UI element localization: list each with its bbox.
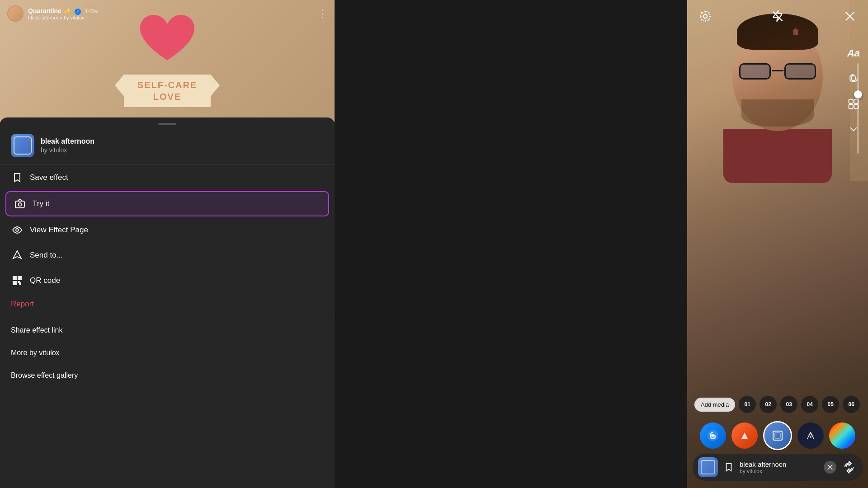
spacer — [335, 0, 344, 488]
glasses — [739, 63, 816, 80]
story-time: 142w — [85, 8, 98, 14]
person-view — [710, 23, 845, 203]
effect-num-01[interactable]: 01 — [739, 396, 756, 413]
left-lens — [739, 63, 771, 80]
story-username-row: Quarantine ✨ ✓ 142w — [28, 7, 318, 15]
svg-rect-22 — [775, 433, 780, 438]
effect-icon-bg-scene — [764, 422, 791, 449]
right-lens — [784, 63, 816, 80]
effect-icon-rainbow[interactable] — [829, 422, 855, 449]
close-button[interactable] — [841, 7, 859, 25]
chevron-down-button[interactable] — [845, 121, 862, 137]
effect-num-06[interactable]: 06 — [843, 396, 860, 413]
share-effect-link-label: Share effect link — [11, 326, 62, 334]
camera-top-bar — [687, 0, 868, 33]
svg-rect-6 — [14, 277, 15, 279]
bookmark-icon — [11, 171, 24, 184]
camera-icon — [14, 197, 26, 210]
qr-code-label: QR code — [30, 276, 60, 285]
active-effect-text: bleak afternoon by vitulox — [740, 460, 819, 474]
svg-rect-8 — [14, 282, 15, 284]
divider-1 — [0, 317, 335, 317]
report-label: Report — [11, 300, 34, 309]
flip-camera-button[interactable] — [841, 459, 857, 475]
more-options-icon[interactable]: ⋮ — [318, 8, 327, 19]
effect-name: bleak afternoon — [41, 137, 94, 145]
left-panel: Quarantine ✨ ✓ 142w bleak afternoon by v… — [0, 0, 335, 488]
ribbon-bg: SELF-CARE LOVE — [124, 75, 211, 107]
bottom-sheet: bleak afternoon by vitulox Save effect T… — [0, 117, 335, 488]
ribbon: SELF-CARE LOVE — [124, 75, 211, 107]
effect-icon-bg-blue — [700, 422, 726, 449]
active-effect-thumbnail — [698, 457, 718, 477]
svg-rect-15 — [849, 99, 853, 103]
text-tool-button[interactable]: Aa — [845, 45, 862, 61]
svg-point-1 — [19, 203, 22, 206]
effect-icon-bg-dark — [797, 422, 824, 449]
save-effect-label: Save effect — [30, 173, 68, 182]
qr-code-item[interactable]: QR code — [0, 268, 335, 293]
effect-num-05[interactable]: 05 — [822, 396, 839, 413]
settings-button[interactable] — [696, 7, 714, 25]
more-by-author-item[interactable]: More by vitulox — [0, 342, 335, 364]
browse-gallery-item[interactable]: Browse effect gallery — [0, 364, 335, 387]
effect-num-02[interactable]: 02 — [760, 396, 777, 413]
effect-icon-blue[interactable] — [700, 422, 726, 449]
close-effect-button[interactable] — [824, 461, 836, 474]
effect-meta: bleak afternoon by vitulox — [41, 137, 94, 154]
svg-point-23 — [810, 436, 811, 438]
effect-icons-row — [687, 418, 868, 454]
active-effect-author: by vitulox — [740, 468, 819, 474]
svg-point-20 — [711, 434, 715, 437]
face — [732, 23, 823, 131]
view-effect-page-label: View Effect Page — [30, 225, 88, 235]
qr-icon — [11, 274, 24, 287]
slider-thumb[interactable] — [854, 90, 862, 99]
effects-numbers-row: Add media 01 02 03 04 05 06 — [687, 391, 868, 418]
right-panel: Aa — [687, 0, 868, 488]
effect-icon-scene-active[interactable] — [763, 421, 792, 450]
send-to-item[interactable]: Send to... — [0, 243, 335, 268]
try-it-item[interactable]: Try it — [5, 191, 329, 216]
svg-point-14 — [851, 75, 855, 81]
svg-rect-21 — [773, 431, 782, 440]
beard — [741, 99, 814, 127]
flash-off-button[interactable] — [769, 7, 787, 25]
effect-avatar-inner — [14, 136, 32, 155]
try-it-label: Try it — [33, 199, 49, 208]
story-avatar — [7, 5, 24, 22]
sheet-handle — [158, 123, 176, 125]
effect-num-03[interactable]: 03 — [780, 396, 797, 413]
effect-num-04[interactable]: 04 — [801, 396, 818, 413]
effect-icon-dark[interactable] — [797, 422, 824, 449]
add-media-label: Add media — [701, 401, 729, 408]
active-effect-thumb-inner — [701, 460, 715, 474]
effect-avatar — [11, 134, 34, 157]
view-effect-page-item[interactable]: View Effect Page — [0, 217, 335, 243]
browse-gallery-label: Browse effect gallery — [11, 371, 78, 379]
story-user-info: Quarantine ✨ ✓ 142w bleak afternoon by v… — [28, 7, 318, 20]
story-decoration: SELF-CARE LOVE — [124, 15, 211, 107]
add-media-button[interactable]: Add media — [694, 398, 735, 412]
story-effect-name: bleak afternoon by vitulox — [28, 15, 318, 20]
bookmark-save-button[interactable] — [722, 461, 735, 474]
report-item[interactable]: Report — [0, 293, 335, 315]
svg-rect-17 — [849, 104, 853, 108]
loop-button[interactable] — [845, 70, 862, 87]
share-effect-link-item[interactable]: Share effect link — [0, 319, 335, 342]
verified-badge: ✓ — [75, 9, 81, 15]
svg-point-2 — [16, 229, 19, 231]
effect-icon-red[interactable] — [731, 422, 758, 449]
exposure-slider[interactable] — [857, 63, 859, 154]
svg-rect-0 — [15, 201, 24, 208]
svg-point-9 — [703, 14, 707, 18]
story-username: Quarantine ✨ — [28, 7, 71, 14]
save-effect-item[interactable]: Save effect — [0, 165, 335, 190]
svg-rect-7 — [19, 277, 20, 279]
effect-icon-bg-rainbow — [829, 422, 855, 449]
ribbon-text: SELF-CARE LOVE — [137, 79, 197, 103]
send-to-label: Send to... — [30, 251, 63, 260]
effect-author: by vitulox — [41, 146, 94, 154]
glasses-bridge — [772, 70, 783, 71]
more-by-author-label: More by vitulox — [11, 349, 60, 357]
